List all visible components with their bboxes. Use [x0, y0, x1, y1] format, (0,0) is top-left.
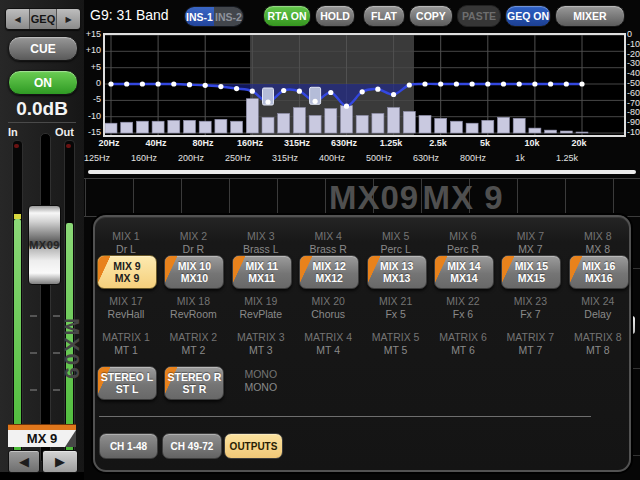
- divider: [99, 416, 591, 417]
- band-ruler: 125Hz160Hz200Hz250Hz315Hz400Hz500Hz630Hz…: [84, 153, 640, 165]
- band-dot: [171, 81, 176, 86]
- geq-graph: [103, 33, 626, 137]
- channel-label-matrix-7: MATRIX 7MT 7: [496, 331, 564, 356]
- rta-bar: [184, 120, 196, 133]
- band-dot: [250, 89, 255, 94]
- fader-track[interactable]: [40, 133, 51, 464]
- channel-label-mix-23: MIX 23Fx 7: [496, 295, 564, 320]
- eq-scale-label: -10: [82, 111, 101, 121]
- rta-bar: [168, 120, 180, 133]
- hold-button[interactable]: HOLD: [315, 5, 355, 27]
- next-channel-button[interactable]: ▶: [42, 450, 78, 473]
- insert-tabs: INS-1 INS-2: [184, 6, 244, 27]
- freq-label: 1.25k: [369, 138, 413, 148]
- band-dot: [470, 81, 475, 86]
- bank-tab-outputs[interactable]: OUTPUTS: [224, 433, 283, 459]
- freq-label: 2.5k: [416, 138, 460, 148]
- rta-bar: [309, 115, 321, 133]
- band-dot: [422, 81, 427, 86]
- fader-knob[interactable]: MX09: [28, 205, 61, 285]
- rta-scale-label: -50: [627, 78, 640, 88]
- strip-cell-border: [277, 179, 278, 216]
- channel-button-mix-11[interactable]: MIX 11MX11: [232, 255, 292, 289]
- band-dot: [313, 99, 318, 104]
- flat-button[interactable]: FLAT: [363, 5, 405, 27]
- band-freq-label: 500Hz: [357, 153, 401, 163]
- rta-scale-label: -10: [627, 39, 640, 49]
- rta-on-button[interactable]: RTA ON: [263, 5, 311, 27]
- geq-prev-icon[interactable]: ◀: [6, 9, 29, 29]
- geq-next-icon[interactable]: ▶: [57, 9, 80, 29]
- band-dot: [375, 87, 380, 92]
- rta-bar: [545, 130, 557, 133]
- fader-tick: [53, 315, 60, 317]
- band-dot: [156, 81, 161, 86]
- band-dot: [517, 81, 522, 86]
- channel-label-mix-21: MIX 21Fx 5: [362, 295, 430, 320]
- rta-bar: [356, 115, 368, 133]
- channel-label-matrix-8: MATRIX 8MT 8: [564, 331, 632, 356]
- channel-label-matrix-4: MATRIX 4MT 4: [294, 331, 362, 356]
- freq-label: 20k: [557, 138, 601, 148]
- channel-on-button[interactable]: ON: [8, 70, 78, 95]
- channel-button-mix-12[interactable]: MIX 12MX12: [299, 255, 359, 289]
- rta-scale-label: -100: [627, 127, 640, 137]
- channel-button-mix-9[interactable]: MIX 9MX 9: [97, 255, 157, 289]
- mixer-button[interactable]: MIXER: [555, 5, 625, 27]
- channel-name-plate[interactable]: MX 9: [8, 430, 76, 447]
- rta-bar: [372, 113, 384, 133]
- rta-bar: [152, 121, 164, 133]
- band-dot: [281, 88, 286, 93]
- band-dot: [579, 81, 584, 86]
- bank-tab-ch-49-72[interactable]: CH 49-72: [162, 433, 222, 459]
- rta-bar: [435, 118, 447, 133]
- tab-ins-2[interactable]: INS-2: [214, 7, 243, 26]
- fader-tick: [53, 389, 60, 391]
- clip-led: [66, 144, 71, 148]
- band-dot: [532, 81, 537, 86]
- rta-scale-label: -20: [627, 49, 640, 59]
- band-freq-label: 160Hz: [122, 153, 166, 163]
- cue-button[interactable]: CUE: [8, 36, 78, 61]
- band-dot: [564, 81, 569, 86]
- channel-label-mix-4: MIX 4Brass R: [294, 230, 362, 255]
- eq-scale-label: +5: [82, 62, 101, 72]
- channel-select-panel: MIX 1Dr LMIX 2Dr RMIX 3Brass LMIX 4Brass…: [93, 215, 631, 472]
- channel-label-matrix-6: MATRIX 6MT 6: [429, 331, 497, 356]
- band-dot: [124, 81, 129, 86]
- channel-label-mix-1: MIX 1Dr L: [92, 230, 160, 255]
- channel-label-matrix-1: MATRIX 1MT 1: [92, 331, 160, 356]
- bank-tab-ch-1-48[interactable]: CH 1-48: [99, 433, 158, 459]
- channel-button-mix-15[interactable]: MIX 15MX15: [501, 255, 561, 289]
- copy-button[interactable]: COPY: [409, 5, 453, 27]
- rta-bar: [450, 121, 462, 133]
- channel-button-mix-13[interactable]: MIX 13MX13: [367, 255, 427, 289]
- rta-scale-label: -30: [627, 58, 640, 68]
- rta-bar: [136, 121, 148, 133]
- eq-scale-label: 0: [82, 78, 101, 88]
- prev-channel-button[interactable]: ◀: [8, 450, 40, 473]
- channel-button-mix-10[interactable]: MIX 10MX10: [164, 255, 224, 289]
- channel-button-stereo-r[interactable]: STEREO RST R: [164, 366, 224, 400]
- band-scrollbar[interactable]: [88, 170, 636, 174]
- channel-label-mix-7: MIX 7MX 7: [496, 230, 564, 255]
- channel-button-stereo-l[interactable]: STEREO LST L: [97, 366, 157, 400]
- rta-scale-label: -60: [627, 88, 640, 98]
- geq-on-button[interactable]: GEQ ON: [505, 5, 551, 27]
- fader-tick: [30, 352, 37, 354]
- band-freq-label: 630Hz: [404, 153, 448, 163]
- band-dot: [391, 92, 396, 97]
- rta-bar: [498, 117, 510, 133]
- freq-label: 10k: [510, 138, 554, 148]
- geq-graph-canvas: [105, 35, 624, 135]
- rta-bar: [278, 113, 290, 133]
- strip-cell-border: [517, 179, 518, 216]
- strip-channel-label: MX 9: [416, 179, 510, 216]
- channel-button-mix-16[interactable]: MIX 16MX16: [569, 255, 629, 289]
- channel-watermark: MX09: [60, 318, 84, 428]
- band-dot: [438, 81, 443, 86]
- channel-button-mix-14[interactable]: MIX 14MX14: [434, 255, 494, 289]
- freq-label: 80Hz: [181, 138, 225, 148]
- tab-ins-1[interactable]: INS-1: [185, 7, 214, 26]
- band-dot: [501, 81, 506, 86]
